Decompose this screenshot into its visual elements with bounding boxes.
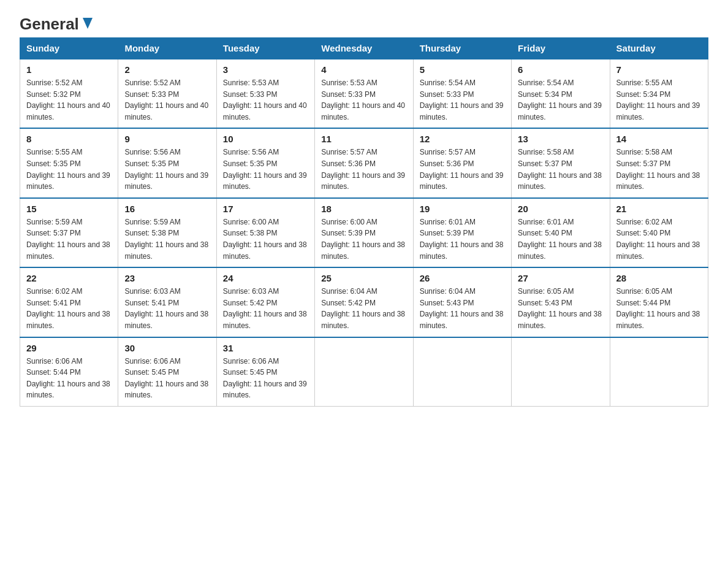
day-number: 25 (321, 273, 406, 283)
calendar-cell: 7Sunrise: 5:55 AMSunset: 5:34 PMDaylight… (610, 59, 708, 128)
day-number: 4 (321, 64, 406, 75)
calendar-cell: 14Sunrise: 5:58 AMSunset: 5:37 PMDayligh… (610, 128, 708, 197)
calendar-cell: 27Sunrise: 6:05 AMSunset: 5:43 PMDayligh… (512, 267, 610, 337)
day-number: 19 (420, 204, 505, 214)
day-number: 6 (518, 64, 603, 75)
calendar-cell: 30Sunrise: 6:06 AMSunset: 5:45 PMDayligh… (118, 337, 216, 407)
day-info: Sunrise: 5:55 AMSunset: 5:35 PMDaylight:… (26, 147, 112, 192)
week-row-3: 15Sunrise: 5:59 AMSunset: 5:37 PMDayligh… (20, 198, 708, 267)
day-number: 9 (124, 134, 210, 144)
day-number: 20 (518, 204, 603, 214)
calendar-cell: 12Sunrise: 5:57 AMSunset: 5:36 PMDayligh… (413, 128, 511, 197)
day-number: 2 (124, 64, 210, 75)
day-info: Sunrise: 6:06 AMSunset: 5:44 PMDaylight:… (26, 356, 112, 401)
weekday-header-thursday: Thursday (413, 38, 511, 59)
day-info: Sunrise: 5:59 AMSunset: 5:37 PMDaylight:… (26, 216, 112, 262)
day-info: Sunrise: 6:04 AMSunset: 5:43 PMDaylight:… (420, 286, 505, 331)
day-info: Sunrise: 5:57 AMSunset: 5:36 PMDaylight:… (321, 147, 406, 192)
week-row-5: 29Sunrise: 6:06 AMSunset: 5:44 PMDayligh… (20, 337, 708, 407)
day-info: Sunrise: 5:54 AMSunset: 5:34 PMDaylight:… (518, 77, 603, 123)
day-number: 7 (616, 64, 702, 75)
day-info: Sunrise: 5:53 AMSunset: 5:33 PMDaylight:… (321, 77, 406, 123)
calendar-cell: 18Sunrise: 6:00 AMSunset: 5:39 PMDayligh… (315, 198, 413, 267)
day-number: 10 (223, 134, 308, 144)
calendar-cell: 21Sunrise: 6:02 AMSunset: 5:40 PMDayligh… (610, 198, 708, 267)
day-info: Sunrise: 6:01 AMSunset: 5:39 PMDaylight:… (420, 216, 505, 262)
logo-arrow-icon (82, 17, 94, 33)
day-info: Sunrise: 6:00 AMSunset: 5:39 PMDaylight:… (321, 216, 406, 262)
week-row-2: 8Sunrise: 5:55 AMSunset: 5:35 PMDaylight… (20, 128, 708, 197)
day-number: 22 (26, 273, 112, 283)
day-info: Sunrise: 6:03 AMSunset: 5:42 PMDaylight:… (223, 286, 308, 331)
calendar-cell: 16Sunrise: 5:59 AMSunset: 5:38 PMDayligh… (118, 198, 216, 267)
day-number: 16 (124, 204, 210, 214)
calendar-cell: 6Sunrise: 5:54 AMSunset: 5:34 PMDaylight… (512, 59, 610, 128)
calendar-cell: 17Sunrise: 6:00 AMSunset: 5:38 PMDayligh… (216, 198, 314, 267)
calendar-cell: 24Sunrise: 6:03 AMSunset: 5:42 PMDayligh… (216, 267, 314, 337)
svg-marker-0 (83, 18, 93, 29)
calendar-cell: 29Sunrise: 6:06 AMSunset: 5:44 PMDayligh… (20, 337, 118, 407)
day-number: 17 (223, 204, 308, 214)
day-info: Sunrise: 6:06 AMSunset: 5:45 PMDaylight:… (223, 356, 308, 401)
weekday-header-tuesday: Tuesday (216, 38, 314, 59)
logo: General (20, 15, 94, 30)
calendar-cell: 5Sunrise: 5:54 AMSunset: 5:33 PMDaylight… (413, 59, 511, 128)
calendar-cell: 2Sunrise: 5:52 AMSunset: 5:33 PMDaylight… (118, 59, 216, 128)
calendar-cell: 31Sunrise: 6:06 AMSunset: 5:45 PMDayligh… (216, 337, 314, 407)
calendar-cell: 3Sunrise: 5:53 AMSunset: 5:33 PMDaylight… (216, 59, 314, 128)
calendar-cell: 4Sunrise: 5:53 AMSunset: 5:33 PMDaylight… (315, 59, 413, 128)
calendar-cell: 22Sunrise: 6:02 AMSunset: 5:41 PMDayligh… (20, 267, 118, 337)
weekday-header-row: SundayMondayTuesdayWednesdayThursdayFrid… (20, 38, 708, 59)
day-number: 13 (518, 134, 603, 144)
day-info: Sunrise: 6:02 AMSunset: 5:41 PMDaylight:… (26, 286, 112, 331)
day-number: 30 (124, 343, 210, 353)
calendar-cell: 20Sunrise: 6:01 AMSunset: 5:40 PMDayligh… (512, 198, 610, 267)
calendar-cell (413, 337, 511, 407)
calendar-cell: 1Sunrise: 5:52 AMSunset: 5:32 PMDaylight… (20, 59, 118, 128)
day-info: Sunrise: 5:54 AMSunset: 5:33 PMDaylight:… (420, 77, 505, 123)
calendar-cell: 10Sunrise: 5:56 AMSunset: 5:35 PMDayligh… (216, 128, 314, 197)
calendar-cell (610, 337, 708, 407)
day-info: Sunrise: 5:53 AMSunset: 5:33 PMDaylight:… (223, 77, 308, 123)
calendar-cell: 8Sunrise: 5:55 AMSunset: 5:35 PMDaylight… (20, 128, 118, 197)
logo-line1: General (20, 15, 94, 34)
calendar-cell: 13Sunrise: 5:58 AMSunset: 5:37 PMDayligh… (512, 128, 610, 197)
day-number: 11 (321, 134, 406, 144)
calendar-cell: 28Sunrise: 6:05 AMSunset: 5:44 PMDayligh… (610, 267, 708, 337)
day-number: 31 (223, 343, 308, 353)
day-number: 18 (321, 204, 406, 214)
calendar-cell: 25Sunrise: 6:04 AMSunset: 5:42 PMDayligh… (315, 267, 413, 337)
calendar-cell: 23Sunrise: 6:03 AMSunset: 5:41 PMDayligh… (118, 267, 216, 337)
day-number: 1 (26, 64, 112, 75)
day-info: Sunrise: 5:58 AMSunset: 5:37 PMDaylight:… (518, 147, 603, 192)
day-info: Sunrise: 5:57 AMSunset: 5:36 PMDaylight:… (420, 147, 505, 192)
day-info: Sunrise: 6:02 AMSunset: 5:40 PMDaylight:… (616, 216, 702, 262)
day-number: 14 (616, 134, 702, 144)
weekday-header-wednesday: Wednesday (315, 38, 413, 59)
week-row-1: 1Sunrise: 5:52 AMSunset: 5:32 PMDaylight… (20, 59, 708, 128)
day-number: 29 (26, 343, 112, 353)
calendar-cell: 11Sunrise: 5:57 AMSunset: 5:36 PMDayligh… (315, 128, 413, 197)
day-info: Sunrise: 6:05 AMSunset: 5:43 PMDaylight:… (518, 286, 603, 331)
weekday-header-saturday: Saturday (610, 38, 708, 59)
weekday-header-friday: Friday (512, 38, 610, 59)
calendar-table: SundayMondayTuesdayWednesdayThursdayFrid… (20, 37, 708, 407)
day-info: Sunrise: 5:56 AMSunset: 5:35 PMDaylight:… (124, 147, 210, 192)
weekday-header-monday: Monday (118, 38, 216, 59)
day-info: Sunrise: 5:52 AMSunset: 5:32 PMDaylight:… (26, 77, 112, 123)
day-info: Sunrise: 6:03 AMSunset: 5:41 PMDaylight:… (124, 286, 210, 331)
page-header: General (20, 15, 708, 30)
calendar-cell: 26Sunrise: 6:04 AMSunset: 5:43 PMDayligh… (413, 267, 511, 337)
calendar-cell: 9Sunrise: 5:56 AMSunset: 5:35 PMDaylight… (118, 128, 216, 197)
day-info: Sunrise: 5:59 AMSunset: 5:38 PMDaylight:… (124, 216, 210, 262)
day-number: 8 (26, 134, 112, 144)
day-info: Sunrise: 6:04 AMSunset: 5:42 PMDaylight:… (321, 286, 406, 331)
day-info: Sunrise: 6:05 AMSunset: 5:44 PMDaylight:… (616, 286, 702, 331)
day-number: 28 (616, 273, 702, 283)
day-info: Sunrise: 5:52 AMSunset: 5:33 PMDaylight:… (124, 77, 210, 123)
day-info: Sunrise: 6:06 AMSunset: 5:45 PMDaylight:… (124, 356, 210, 401)
day-number: 23 (124, 273, 210, 283)
calendar-cell (315, 337, 413, 407)
day-info: Sunrise: 5:55 AMSunset: 5:34 PMDaylight:… (616, 77, 702, 123)
day-number: 27 (518, 273, 603, 283)
